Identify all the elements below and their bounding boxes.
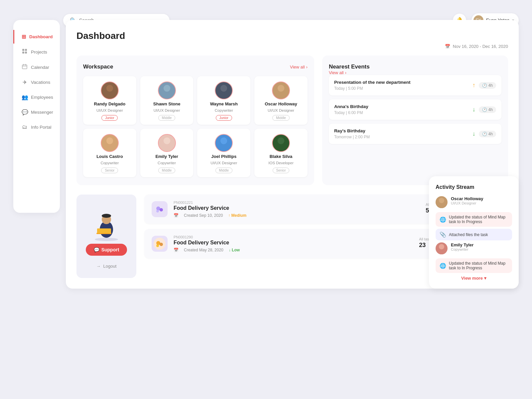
members-grid: Randy Delgado UI/UX Designer Junior Shaw…: [83, 76, 308, 177]
sidebar-item-label: Info Portal: [31, 125, 52, 130]
projects-icon: [22, 49, 28, 55]
events-view-all[interactable]: View all ›: [329, 70, 501, 75]
calendar-icon: [22, 64, 28, 70]
member-card: Blake Silva IOS Developer Senior: [254, 129, 308, 177]
events-card: Nearest Events View all › Presentation o…: [322, 56, 508, 185]
sidebar-item-projects[interactable]: Projects: [13, 45, 60, 59]
svg-point-8: [106, 85, 113, 91]
sidebar-item-messenger[interactable]: 💬 Messenger: [13, 105, 60, 119]
avatar: [158, 134, 176, 152]
svg-point-14: [278, 85, 284, 91]
svg-point-32: [160, 208, 163, 211]
member-card: Oscar Holloway UI/UX Designer Middle: [254, 76, 308, 125]
event-item: Presentation of the new department Today…: [329, 75, 501, 95]
view-more-button[interactable]: View more ▾: [436, 276, 512, 281]
activity-event-status: 🌐 Updated the status of Mind Map task to…: [436, 258, 512, 273]
calendar-icon: 📅: [174, 213, 179, 218]
member-name: Shawn Stone: [153, 101, 181, 106]
support-icon: 💬: [94, 247, 99, 252]
member-card: Shawn Stone UI/UX Designer Middle: [140, 76, 194, 125]
svg-point-9: [104, 92, 115, 99]
workspace-view-all[interactable]: View all ›: [290, 65, 308, 69]
arrow-down-icon: ↓: [472, 106, 475, 113]
member-role: Copywriter: [215, 108, 233, 112]
svg-point-16: [106, 137, 113, 144]
avatar: [272, 134, 290, 152]
event-name: Presentation of the new department: [334, 80, 472, 85]
sidebar-item-infoportal[interactable]: 🗂 Info Portal: [13, 120, 60, 134]
vacations-icon: ✈: [22, 79, 28, 85]
workspace-title: Workspace: [83, 64, 113, 70]
svg-point-11: [161, 92, 172, 99]
avatar: [158, 81, 176, 99]
member-name: Wayne Marsh: [210, 101, 238, 106]
workspace-header: Workspace View all ›: [83, 64, 308, 70]
activity-event-attach: 📎 Attached files the task: [436, 229, 512, 240]
svg-point-13: [218, 92, 229, 99]
project-priority: ↑ Medium: [228, 213, 246, 218]
event-name: Anna's Birthday: [334, 104, 472, 109]
svg-point-36: [160, 243, 163, 246]
svg-rect-1: [25, 49, 27, 51]
svg-point-15: [275, 92, 286, 99]
activity-user-name: Emily Tyler: [451, 242, 512, 247]
arrow-right-icon: ›: [345, 70, 346, 75]
member-card: Louis Castro Copywriter Senior: [83, 129, 136, 177]
member-role: UI/UX Designer: [268, 108, 294, 112]
avatar: [436, 196, 448, 208]
member-badge: Senior: [101, 168, 118, 173]
event-time: Today | 5:00 PM: [334, 86, 472, 91]
date-range: 📅 Nov 16, 2020 - Dec 16, 2020: [76, 44, 508, 49]
svg-rect-29: [97, 228, 111, 233]
svg-point-37: [156, 244, 159, 247]
project-id: PN0001290: [174, 235, 413, 239]
status-icon: 🌐: [440, 216, 446, 223]
arrow-up-icon: ↑: [472, 82, 475, 89]
activity-item: Emily Tyler Copywriter: [436, 242, 512, 254]
svg-rect-3: [25, 52, 27, 54]
view-more-label: View more: [461, 276, 483, 281]
activity-user-name: Oscar Holloway: [451, 196, 512, 201]
svg-point-41: [437, 250, 446, 254]
support-button[interactable]: 💬 Support: [86, 244, 127, 256]
sidebar-item-label: Dashboard: [29, 34, 53, 39]
activity-event-text: Updated the status of Mind Map task to I…: [449, 261, 508, 270]
avatar: [101, 134, 119, 152]
avatar: [272, 81, 290, 99]
sidebar-item-dashboard[interactable]: ⊞ Dashboard: [13, 30, 60, 44]
member-name: Emily Tyler: [155, 154, 178, 159]
svg-point-19: [161, 145, 172, 152]
member-name: Randy Delgado: [94, 101, 126, 106]
clock-icon: 🕐: [482, 83, 487, 88]
member-card: Wayne Marsh Copywriter Junior: [197, 76, 250, 125]
svg-point-20: [220, 137, 227, 144]
member-badge: Middle: [272, 115, 289, 121]
clock-icon: 🕐: [482, 107, 487, 112]
chevron-down-icon: ▾: [484, 276, 486, 281]
avatar: [215, 81, 233, 99]
events-title: Nearest Events: [329, 64, 370, 70]
project-name: Food Delivery Service: [174, 205, 420, 211]
svg-point-18: [163, 137, 170, 144]
sidebar-item-label: Vacations: [31, 80, 50, 85]
sidebar-item-vacations[interactable]: ✈ Vacations: [13, 75, 60, 89]
date-range-text: Nov 16, 2020 - Dec 16, 2020: [453, 44, 508, 49]
logout-icon: →: [96, 264, 101, 269]
sidebar-item-employees[interactable]: 👥 Employees: [13, 90, 60, 104]
member-role: UI/UX Designer: [96, 108, 123, 112]
logout-button[interactable]: → Logout: [96, 261, 117, 271]
page-title: Dashboard: [76, 31, 508, 41]
logout-label: Logout: [103, 264, 117, 269]
event-duration: 🕐4h: [479, 131, 496, 137]
events-header: Nearest Events View all ›: [329, 64, 501, 75]
sidebar-item-calendar[interactable]: Calendar: [13, 60, 60, 74]
activity-panel: Activity Stream Oscar Holloway UI/UX Des…: [429, 176, 519, 289]
event-item: Ray's Birthday Tomorrow | 2:00 PM ↓ 🕐4h: [329, 124, 501, 144]
activity-user-role: UI/UX Designer: [451, 201, 512, 205]
project-id: PN0001221: [174, 200, 420, 204]
project-created: Created May 28, 2020: [184, 248, 223, 252]
event-time: Today | 6:00 PM: [334, 110, 472, 115]
sidebar: ⊞ Dashboard Projects Calendar ✈ Vacation…: [13, 20, 60, 213]
sidebar-item-label: Employees: [31, 95, 53, 100]
event-name: Ray's Birthday: [334, 128, 472, 133]
